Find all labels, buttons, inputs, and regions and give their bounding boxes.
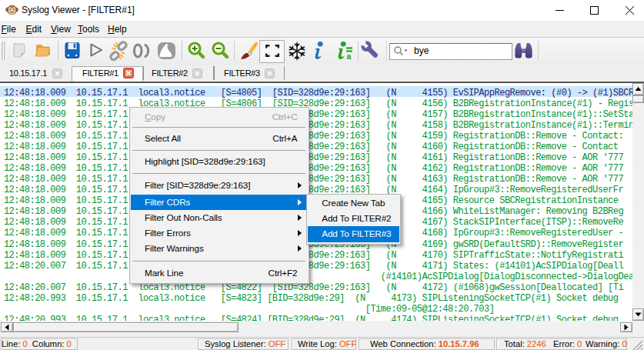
svg-text:a: a — [347, 52, 352, 61]
